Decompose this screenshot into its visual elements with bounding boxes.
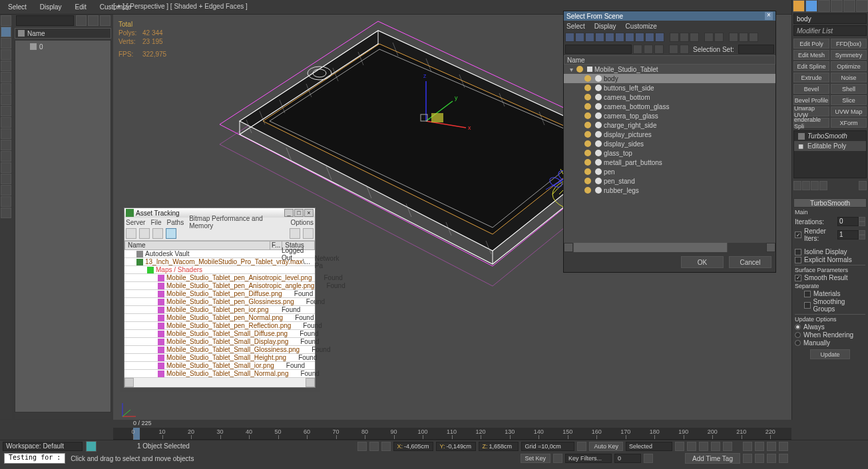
mod-btn[interactable]: Slice (831, 95, 867, 105)
filter-icon[interactable] (749, 33, 758, 42)
nav-icon[interactable] (767, 442, 776, 451)
asset-tracking-dialog[interactable]: Asset Tracking _ □ × Server File Paths B… (124, 208, 316, 388)
tree-item[interactable]: display_sides (564, 139, 775, 148)
tree-item[interactable]: display_pictures (564, 130, 775, 139)
scroll-left-icon[interactable] (124, 378, 134, 387)
tool-icon[interactable] (1, 94, 11, 105)
tree-item[interactable]: body (564, 74, 775, 83)
smgroups-check[interactable] (804, 302, 811, 309)
view-icon[interactable] (669, 45, 678, 54)
asset-row[interactable]: Mobile_Studio_Tablet_pen_Normal.pngFound (124, 314, 315, 322)
key-target-dropdown[interactable]: Selected (626, 442, 672, 451)
tool-icon[interactable] (1, 151, 11, 162)
spin-up-icon[interactable] (859, 217, 865, 222)
unique-icon[interactable] (811, 181, 819, 190)
z-coord[interactable]: Z:1,658cm (479, 442, 519, 451)
tree-item[interactable]: camera_bottom (564, 92, 775, 102)
tool-icon[interactable] (1, 15, 11, 26)
horizontal-scrollbar[interactable] (124, 378, 315, 387)
tb-icon[interactable] (126, 228, 136, 239)
view-icon[interactable] (680, 45, 689, 54)
add-time-tag-button[interactable]: Add Time Tag (685, 453, 740, 464)
menu-select[interactable]: Select (1, 1, 33, 13)
spin-down-icon[interactable] (859, 222, 865, 226)
render-iters-check[interactable]: ✓ (795, 232, 801, 238)
asset-row[interactable]: Mobile_Studio_Tablet_pen_Reflection.pngF… (124, 322, 315, 330)
nav-icon[interactable] (779, 454, 788, 463)
key-filters-dropdown[interactable]: Key Filters... (565, 454, 612, 463)
workspace-dropdown[interactable]: Workspace: Default (3, 442, 83, 451)
menu-options[interactable]: Options (291, 219, 314, 226)
scroll-thumb[interactable] (574, 243, 727, 252)
selection-set-dropdown[interactable] (738, 45, 774, 54)
prev-frame-icon[interactable] (687, 442, 696, 451)
modify-tab[interactable] (805, 0, 817, 12)
asset-row[interactable]: Mobile_Studio_Tablet_pen_Glossiness.pngF… (124, 298, 315, 306)
play-icon[interactable] (699, 442, 708, 451)
create-tab[interactable] (793, 0, 805, 12)
asset-row[interactable]: Mobile_Studio_Tablet_pen_Anisotropic_lev… (124, 274, 315, 282)
time-ruler[interactable]: 0102030405060708090100110120130140150160… (113, 428, 791, 440)
mod-btn[interactable]: Edit Spline (793, 61, 829, 71)
x-coord[interactable]: X:-4,605cm (393, 442, 433, 451)
tool-icon[interactable] (1, 174, 11, 184)
tool-icon[interactable] (1, 72, 11, 82)
nav-icon[interactable] (755, 442, 764, 451)
object-name-field[interactable]: body (793, 13, 867, 24)
filter-icon[interactable] (635, 33, 644, 42)
stack-editable-poly[interactable]: ◼Editable Poly (794, 141, 866, 151)
asset-row[interactable]: Mobile_Studio_Tablet_pen_Diffuse.pngFoun… (124, 290, 315, 298)
next-frame-icon[interactable] (711, 442, 720, 451)
filter-icon[interactable] (704, 33, 714, 42)
asset-list[interactable]: Autodesk VaultLogged Out 13_Inch_Wacom_M… (124, 250, 315, 378)
y-coord[interactable]: Y:-0,149cm (436, 442, 476, 451)
nav-icon[interactable] (743, 454, 752, 463)
menu-file[interactable]: File (150, 219, 161, 226)
filter-icon[interactable] (615, 33, 624, 42)
select-from-scene-dialog[interactable]: Select From Scene × Select Display Custo… (563, 11, 776, 273)
remove-mod-icon[interactable] (819, 181, 827, 190)
menu-server[interactable]: Server (126, 219, 145, 226)
horizontal-scrollbar[interactable] (564, 243, 775, 252)
filter-icon[interactable] (714, 33, 724, 42)
menu-paths[interactable]: Paths (167, 219, 184, 226)
tree-item[interactable]: pen (564, 167, 775, 176)
workspace-icon[interactable] (86, 441, 97, 452)
select-invert-icon[interactable] (690, 33, 699, 42)
filter-icon[interactable] (585, 33, 594, 42)
asset-row[interactable]: Mobile_Studio_Tablet_pen_Anisotropic_ang… (124, 282, 315, 290)
display-tab[interactable] (843, 0, 855, 12)
tool-icon[interactable] (1, 185, 11, 196)
tree-root[interactable]: ▾ Mobile_Studio_Tablet (564, 65, 775, 74)
clear-icon[interactable] (76, 15, 87, 26)
mod-btn[interactable]: Edit Poly (793, 39, 829, 49)
update-button[interactable]: Update (810, 349, 850, 359)
tree-item[interactable]: rubber_legs (564, 186, 775, 195)
tool-icon[interactable] (1, 162, 11, 173)
menu-edit[interactable]: Edit (69, 1, 93, 13)
show-end-icon[interactable] (802, 181, 810, 190)
motion-tab[interactable] (831, 0, 843, 12)
asset-row[interactable]: Mobile_Studio_Tablet_Small_ior.pngFound (124, 362, 315, 370)
config-icon[interactable] (859, 181, 867, 190)
mod-btn[interactable]: Unwrap UVW (793, 106, 829, 116)
tool-icon[interactable] (1, 38, 11, 49)
view-icon[interactable] (654, 45, 664, 54)
when-render-radio[interactable] (795, 332, 801, 338)
asset-row[interactable]: Mobile_Studio_Tablet_pen_ior.pngFound (124, 306, 315, 314)
view-icon[interactable] (88, 15, 99, 26)
stack-turbosmooth[interactable]: TurboSmooth (794, 131, 866, 141)
nav-icon[interactable] (779, 442, 788, 451)
clear-icon[interactable] (633, 45, 642, 54)
mod-btn[interactable]: Noise (831, 73, 867, 82)
select-all-icon[interactable] (670, 33, 679, 42)
auto-key-button[interactable]: Auto Key (589, 442, 623, 451)
tree-item[interactable]: charge_right_side (564, 120, 775, 130)
tool-icon[interactable] (1, 117, 11, 128)
filter-icon[interactable] (605, 33, 614, 42)
tree-item[interactable]: camera_bottom_glass (564, 102, 775, 111)
asset-row[interactable]: Mobile_Studio_Tablet_Small_Glossiness.pn… (124, 346, 315, 354)
tool-icon[interactable] (1, 61, 11, 71)
lock-icon[interactable] (357, 442, 367, 451)
mod-btn[interactable]: Extrude (793, 73, 829, 82)
